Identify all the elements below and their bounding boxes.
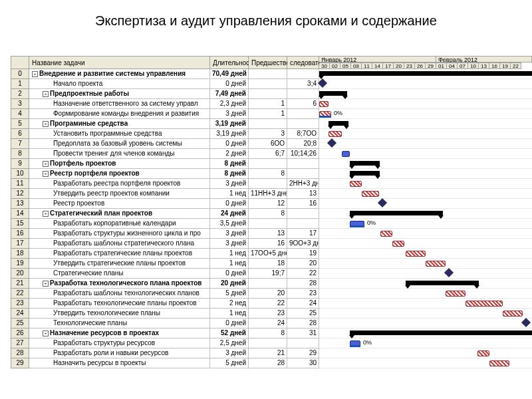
- cell-pred[interactable]: 24: [249, 319, 287, 329]
- cell-pred[interactable]: 16: [249, 239, 287, 249]
- cell-duration[interactable]: 1 нед: [210, 189, 249, 199]
- table-row[interactable]: 7Предоплата за базовый уровень системы0 …: [11, 139, 532, 149]
- summary-bar[interactable]: [406, 281, 479, 285]
- cell-name[interactable]: Разработать стратегические планы проекто…: [29, 249, 210, 259]
- row-id[interactable]: 3: [11, 99, 29, 109]
- cell-duration[interactable]: 70,49 дней: [210, 69, 249, 79]
- summary-bar[interactable]: [319, 71, 532, 76]
- cell-duration[interactable]: 52 дней: [210, 329, 249, 338]
- cell-succ[interactable]: 28: [287, 319, 319, 329]
- row-id[interactable]: 22: [11, 289, 29, 299]
- collapse-icon[interactable]: -: [43, 331, 49, 336]
- cell-succ[interactable]: 28: [287, 279, 319, 289]
- cell-name[interactable]: Разработать структуры жизненного цикла и…: [29, 229, 210, 239]
- task-bar[interactable]: [406, 251, 426, 257]
- cell-name[interactable]: Разработать корпоративные календари: [29, 219, 210, 229]
- cell-name[interactable]: -Предпроектные работы: [29, 89, 210, 99]
- cell-duration[interactable]: 3 дней: [210, 348, 249, 358]
- gantt-cell[interactable]: 0%: [319, 219, 532, 229]
- milestone-icon[interactable]: [444, 268, 454, 277]
- cell-name[interactable]: Разработать структуры ресурсов: [29, 338, 210, 348]
- gantt-cell[interactable]: [319, 299, 532, 309]
- table-row[interactable]: 28Разработать роли и навыки ресурсов3 дн…: [11, 348, 532, 358]
- table-row[interactable]: 9-Портфель проектов8 дней: [11, 159, 532, 169]
- cell-pred[interactable]: [249, 119, 287, 129]
- table-row[interactable]: 27Разработать структуры ресурсов2,5 дней…: [11, 338, 532, 348]
- task-bar[interactable]: [362, 191, 379, 197]
- cell-name[interactable]: Назначение ответственного за систему упр…: [29, 99, 210, 109]
- cell-pred[interactable]: 1: [249, 99, 287, 109]
- cell-name[interactable]: Разработать шаблоны стратегического план…: [29, 239, 210, 249]
- cell-duration[interactable]: 1 нед: [210, 259, 249, 269]
- row-id[interactable]: 26: [11, 329, 29, 338]
- table-row[interactable]: 17Разработать шаблоны стратегического пл…: [11, 239, 532, 249]
- cell-succ[interactable]: 16: [287, 199, 319, 209]
- cell-pred[interactable]: 28: [249, 358, 287, 368]
- cell-name[interactable]: Назначить ресурсы в проекты: [29, 358, 210, 368]
- gantt-cell[interactable]: [319, 358, 532, 368]
- cell-name[interactable]: Технологические планы: [29, 319, 210, 329]
- cell-name[interactable]: Формирование команды внедрения и развити…: [29, 109, 210, 119]
- row-id[interactable]: 14: [11, 209, 29, 219]
- task-bar[interactable]: [319, 101, 329, 107]
- cell-duration[interactable]: 3,19 дней: [210, 129, 249, 139]
- cell-succ[interactable]: [287, 109, 319, 119]
- gantt-cell[interactable]: [319, 139, 532, 149]
- cell-duration[interactable]: 2,5 дней: [210, 338, 249, 348]
- row-id[interactable]: 16: [11, 229, 29, 239]
- cell-succ[interactable]: 2НН+3 дней: [287, 179, 319, 189]
- cell-pred[interactable]: 22: [249, 299, 287, 309]
- row-id[interactable]: 28: [11, 348, 29, 358]
- cell-duration[interactable]: 8 дней: [210, 169, 249, 179]
- gantt-cell[interactable]: [319, 259, 532, 269]
- row-id[interactable]: 15: [11, 219, 29, 229]
- cell-name[interactable]: -Назначение ресурсов в проектах: [29, 329, 210, 338]
- cell-duration[interactable]: 0 дней: [210, 319, 249, 329]
- cell-succ[interactable]: 20: [287, 259, 319, 269]
- row-id[interactable]: 23: [11, 299, 29, 309]
- cell-duration[interactable]: 0 дней: [210, 79, 249, 89]
- cell-pred[interactable]: 8: [249, 209, 287, 219]
- cell-pred[interactable]: 3: [249, 129, 287, 139]
- cell-duration[interactable]: 0 дней: [210, 139, 249, 149]
- collapse-icon[interactable]: -: [43, 91, 49, 97]
- summary-bar[interactable]: [350, 331, 532, 335]
- table-row[interactable]: 19Утвердить стратегические планы проекто…: [11, 259, 532, 269]
- milestone-icon[interactable]: [327, 138, 336, 148]
- task-bar[interactable]: [446, 291, 466, 297]
- cell-duration[interactable]: 24 дней: [210, 209, 249, 219]
- gantt-cell[interactable]: [319, 279, 532, 289]
- table-row[interactable]: 11Разработать реестра портфеля проектов3…: [11, 179, 532, 189]
- cell-pred[interactable]: 21: [249, 348, 287, 358]
- cell-duration[interactable]: 7,49 дней: [210, 89, 249, 99]
- cell-succ[interactable]: 30: [287, 358, 319, 368]
- cell-succ[interactable]: 19: [287, 249, 319, 259]
- task-bar[interactable]: [503, 311, 523, 317]
- cell-pred[interactable]: 6;7: [249, 149, 287, 159]
- cell-succ[interactable]: 29: [287, 348, 319, 358]
- cell-name[interactable]: Установить программные средства: [29, 129, 210, 139]
- table-row[interactable]: 5-Програминые средства3,19 дней: [11, 119, 532, 129]
- row-id[interactable]: 18: [11, 249, 29, 259]
- gantt-cell[interactable]: [319, 179, 532, 189]
- cell-pred[interactable]: 12: [249, 199, 287, 209]
- gantt-cell[interactable]: [319, 119, 532, 129]
- table-row[interactable]: 10-Реестр портфеля проектов8 дней8: [11, 169, 532, 179]
- cell-pred[interactable]: [249, 89, 287, 99]
- table-row[interactable]: 16Разработать структуры жизненного цикла…: [11, 229, 532, 239]
- cell-succ[interactable]: 20;8: [287, 139, 319, 149]
- grid-corner[interactable]: [11, 56, 29, 69]
- row-id[interactable]: 4: [11, 109, 29, 119]
- cell-duration[interactable]: 3 дней: [210, 239, 249, 249]
- collapse-icon[interactable]: -: [43, 211, 49, 217]
- cell-pred[interactable]: 20: [249, 289, 287, 299]
- cell-pred[interactable]: 13: [249, 229, 287, 239]
- cell-succ[interactable]: 10;14;26: [287, 149, 319, 159]
- row-id[interactable]: 19: [11, 259, 29, 269]
- cell-pred[interactable]: [249, 219, 287, 229]
- table-row[interactable]: 21-Разработка технологического плана про…: [11, 279, 532, 289]
- cell-name[interactable]: Утвердить реестр проектов компании: [29, 189, 210, 199]
- row-id[interactable]: 25: [11, 319, 29, 329]
- gantt-cell[interactable]: [319, 189, 532, 199]
- task-bar[interactable]: [477, 350, 489, 356]
